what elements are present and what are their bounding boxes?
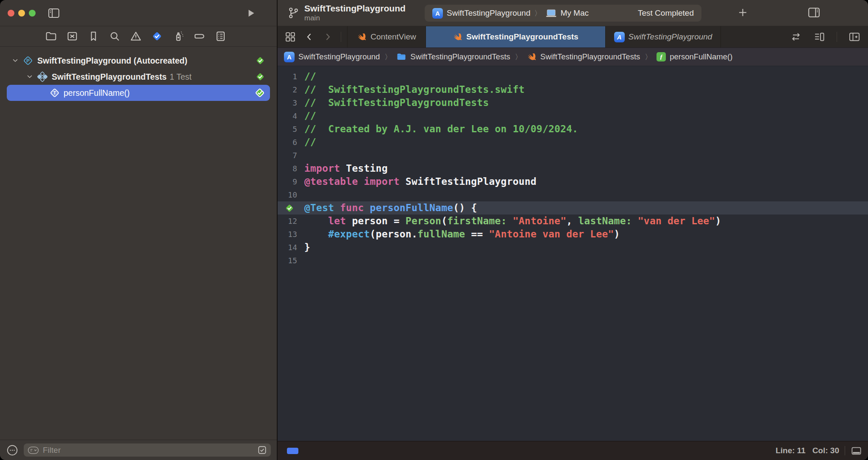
minimize-button[interactable] — [18, 10, 25, 17]
run-destination[interactable]: My Mac — [561, 8, 589, 18]
close-button[interactable] — [8, 10, 14, 17]
code-line-7[interactable]: 7 — [278, 149, 868, 162]
line-number[interactable]: 8 — [278, 162, 297, 175]
line-number[interactable]: 5 — [278, 123, 297, 136]
code-line-11[interactable]: @Test func personFullName() { — [278, 201, 868, 215]
toggle-debug-area-icon[interactable] — [851, 445, 862, 457]
breadcrumb-2[interactable]: SwiftTestingPlaygroundTests — [527, 52, 640, 62]
code-line-6[interactable]: 6// — [278, 136, 868, 149]
line-number[interactable]: 14 — [278, 241, 297, 254]
tab-swifttestingplaygroundtests[interactable]: SwiftTestingPlaygroundTests — [426, 26, 606, 47]
minimap-icon[interactable] — [813, 31, 825, 43]
tab-contentview[interactable]: ContentView — [347, 26, 426, 47]
tree-row-swifttestingplayground-autocreated-[interactable]: PSwiftTestingPlayground (Autocreated) — [7, 53, 270, 69]
svg-text:T: T — [53, 90, 56, 95]
code-text: // — [304, 109, 316, 123]
line-number[interactable]: 10 — [278, 188, 297, 201]
line-number[interactable]: 13 — [278, 228, 297, 241]
tree-row-personfullname-[interactable]: TpersonFullName() — [7, 85, 270, 101]
go-forward-icon[interactable] — [323, 31, 333, 42]
editor-area: ContentViewSwiftTestingPlaygroundTestsSw… — [278, 26, 868, 460]
bookmarks-navigator-icon[interactable] — [83, 30, 104, 42]
code-line-12[interactable]: 12 let person = Person(firstName: "Antoi… — [278, 215, 868, 228]
source-control-navigator-icon[interactable] — [61, 30, 83, 42]
breadcrumb-label: SwiftTestingPlaygroundTests — [540, 52, 640, 61]
chevron-right-icon: 〉 — [384, 52, 392, 62]
editor-tab-bar: ContentViewSwiftTestingPlaygroundTestsSw… — [278, 26, 868, 47]
code-text: } — [304, 241, 310, 254]
zoom-button[interactable] — [29, 10, 36, 17]
issues-navigator-icon[interactable] — [125, 30, 146, 42]
test-passed-gutter-icon[interactable] — [284, 203, 295, 214]
line-number[interactable]: 9 — [278, 175, 297, 188]
code-line-4[interactable]: 4// — [278, 109, 868, 123]
app-target-icon — [432, 8, 443, 19]
code-line-1[interactable]: 1// — [278, 70, 868, 83]
divider — [341, 32, 341, 42]
titlebar-left — [0, 0, 278, 26]
tab-controls — [278, 26, 347, 47]
code-line-10[interactable]: 10 — [278, 188, 868, 201]
editor-bottom-bar: Line: 11 Col: 30 — [278, 441, 868, 460]
code-line-8[interactable]: 8import Testing — [278, 162, 868, 175]
toggle-navigator-icon[interactable] — [47, 7, 60, 20]
line-number[interactable]: 4 — [278, 109, 297, 123]
tests-navigator-icon[interactable] — [146, 30, 167, 42]
chevron-down-icon[interactable] — [12, 57, 19, 64]
code-line-14[interactable]: 14} — [278, 241, 868, 254]
reports-navigator-icon[interactable] — [210, 30, 231, 42]
code-line-3[interactable]: 3// SwiftTestingPlaygroundTests — [278, 96, 868, 109]
source-editor[interactable]: 1//2// SwiftTestingPlaygroundTests.swift… — [278, 66, 868, 441]
code-text: // SwiftTestingPlaygroundTests.swift — [304, 83, 525, 96]
code-line-13[interactable]: 13 #expect(person.fullName == "Antoine v… — [278, 228, 868, 241]
test-navigator-tree: PSwiftTestingPlayground (Autocreated)Swi… — [0, 47, 277, 440]
test-result-indicator[interactable] — [287, 448, 298, 454]
navigator-tab-bar — [0, 26, 277, 47]
filter-icon — [28, 446, 39, 455]
tree-row-swifttestingplaygroundtests[interactable]: SwiftTestingPlaygroundTests1 Test — [7, 69, 270, 85]
code-text: // SwiftTestingPlaygroundTests — [304, 96, 489, 109]
toggle-inspector-icon[interactable] — [807, 6, 821, 19]
find-navigator-icon[interactable] — [104, 30, 125, 42]
breadcrumb-3[interactable]: personFullName() — [657, 52, 732, 61]
tab-label: ContentView — [370, 32, 416, 42]
project-navigator-icon[interactable] — [40, 30, 61, 42]
code-line-9[interactable]: 9@testable import SwiftTestingPlayground — [278, 175, 868, 188]
git-branch-icon — [288, 6, 299, 20]
breadcrumb-1[interactable]: SwiftTestingPlaygroundTests — [396, 52, 510, 62]
tabbar-spacer — [721, 26, 790, 47]
add-editor-icon[interactable] — [849, 31, 860, 43]
breakpoints-navigator-icon[interactable] — [189, 30, 210, 42]
line-number[interactable]: 15 — [278, 254, 297, 267]
line-number[interactable]: 2 — [278, 83, 297, 96]
chevron-down-icon[interactable] — [26, 73, 33, 80]
go-back-icon[interactable] — [304, 31, 314, 42]
line-number[interactable]: 7 — [278, 149, 297, 162]
adjust-editor-icon[interactable] — [790, 31, 802, 43]
filter-input[interactable]: Filter — [24, 443, 271, 457]
line-number[interactable]: 3 — [278, 96, 297, 109]
code-line-15[interactable]: 15 — [278, 254, 868, 267]
chevron-right-icon: 〉 — [534, 8, 542, 18]
tab-swifttestingplayground[interactable]: SwiftTestingPlayground — [606, 26, 721, 47]
line-number[interactable]: 6 — [278, 136, 297, 149]
library-plus-icon[interactable] — [737, 7, 748, 18]
run-button[interactable] — [245, 8, 256, 19]
breadcrumb-0[interactable]: SwiftTestingPlayground — [284, 52, 380, 62]
swift-file-icon — [357, 32, 367, 42]
code-line-2[interactable]: 2// SwiftTestingPlaygroundTests.swift — [278, 83, 868, 96]
scheme-name[interactable]: SwiftTestingPlayground — [447, 8, 531, 18]
line-number[interactable]: 1 — [278, 70, 297, 83]
playground-icon: P — [22, 55, 34, 67]
code-line-5[interactable]: 5// Created by A.J. van der Lee on 10/09… — [278, 123, 868, 136]
line-number[interactable]: 12 — [278, 215, 297, 228]
function-icon — [657, 52, 666, 61]
more-options-icon[interactable] — [6, 444, 19, 457]
tree-item-count: 1 Test — [170, 72, 192, 82]
filter-checkbox-icon[interactable] — [257, 445, 267, 455]
my-mac-icon — [545, 9, 557, 18]
app-icon — [614, 32, 625, 42]
debug-navigator-icon[interactable] — [167, 30, 189, 42]
tabbar-actions — [790, 26, 868, 47]
related-items-icon[interactable] — [284, 31, 296, 43]
